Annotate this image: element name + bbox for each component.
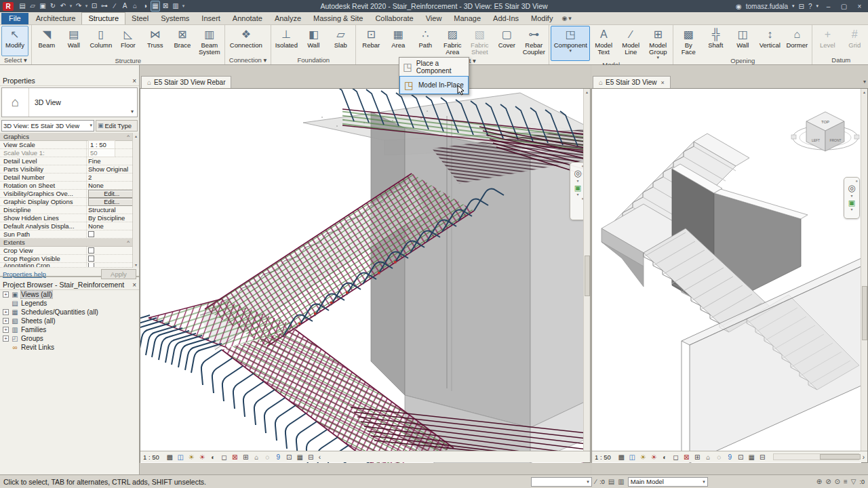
type-selector[interactable]: ⌂ 3D View ▾ [1, 87, 138, 117]
ribbon-button[interactable]: ▦Area [384, 26, 412, 57]
minimize-button[interactable]: – [823, 3, 834, 10]
ribbon-button[interactable]: ▧Fabric Sheet [466, 26, 493, 57]
main-vertical-scrollbar[interactable]: ▴▾ [583, 89, 590, 462]
main-drawing-area[interactable]: ● ◎ ▾ ▣ ▾ ● ▴▾ 1 : 50 ▩◫☀☀◐◻⊠⊞⌂◌9⊡▦⊟ ‹ [140, 88, 591, 463]
ribbon-tab[interactable]: Analyze [269, 13, 307, 24]
wheel-menu-arrow-icon[interactable]: ▾ [850, 194, 852, 198]
design-options-icon[interactable]: ∕ [595, 478, 597, 485]
view-scale-control[interactable]: 1 : 50 [143, 453, 159, 461]
ribbon-button[interactable]: ∴Path [412, 26, 439, 57]
user-menu-arrow-icon[interactable]: ▾ [792, 3, 795, 9]
ribbon-tab[interactable]: Annotate [226, 13, 269, 24]
browser-tree-item[interactable]: ∞Revit Links [0, 343, 139, 352]
property-row[interactable]: Rotation on SheetNone [0, 182, 139, 190]
help-menu-arrow-icon[interactable]: ▾ [816, 3, 818, 9]
revit-logo[interactable]: R [3, 2, 14, 11]
ribbon-button[interactable]: ╬Shaft [702, 26, 729, 57]
ribbon-collapse-arrow-icon[interactable]: ▾ [568, 15, 572, 22]
expand-icon[interactable]: + [3, 336, 9, 342]
ribbon-tab[interactable]: View [420, 13, 448, 24]
ribbon-button[interactable]: ⊡Rebar [357, 26, 384, 57]
tab-list-menu-icon[interactable]: ▾ [863, 79, 866, 85]
panel-label-connection[interactable]: Connection ▾ [225, 56, 271, 64]
browser-tree-item[interactable]: ▤Legends [0, 299, 139, 308]
scroll-right-icon[interactable]: › [863, 453, 865, 461]
zoom-menu-arrow-icon[interactable]: ▾ [576, 192, 578, 197]
search-icon[interactable]: ◉ [736, 3, 742, 10]
property-row[interactable]: Crop Region Visible [0, 255, 139, 263]
ribbon-button[interactable]: ▩By Face [675, 26, 702, 57]
ribbon-button[interactable]: #Grid [841, 26, 868, 56]
secondary-vertical-scrollbar[interactable]: ▴▾ [861, 89, 867, 462]
panel-label-select[interactable]: Select ▾ [0, 56, 31, 64]
panel-label-datum[interactable]: Datum [812, 56, 868, 64]
zoom-icon[interactable]: ▣ [848, 199, 855, 207]
edit-type-button[interactable]: ▣Edit Type [96, 120, 138, 131]
ribbon-tab[interactable]: Collaborate [369, 13, 419, 24]
type-selector-arrow-icon[interactable]: ▾ [127, 88, 137, 117]
property-row[interactable]: Visibility/Graphics Ove...Edit... [0, 190, 139, 198]
ribbon-button[interactable]: ⋈Truss [142, 26, 169, 57]
menu-item[interactable]: ◳Place a Component [399, 58, 469, 76]
ribbon-button[interactable]: ▱Slab [327, 26, 354, 56]
property-row[interactable]: Detail LevelFine [0, 157, 139, 165]
ribbon-tab[interactable]: Structure [81, 12, 125, 24]
ribbon-button[interactable]: ∕Model Line [617, 26, 644, 61]
property-checkbox[interactable] [88, 247, 94, 253]
secondary-view-tab[interactable]: ⌂E5 Stair 3D View× [593, 76, 671, 88]
worksets-icon[interactable]: ▤ [608, 478, 614, 485]
ribbon-button[interactable]: ⊶Rebar Coupler [520, 26, 547, 57]
property-row[interactable]: Graphics^ [0, 133, 139, 141]
steering-wheel-icon[interactable]: ◎ [848, 184, 855, 193]
browser-tree-item[interactable]: +▥Families [0, 325, 139, 334]
zoom-menu-arrow-icon[interactable]: ▾ [850, 207, 852, 211]
app-store-icon[interactable]: ⊟ [799, 3, 804, 10]
ribbon-button[interactable]: ◳Component▾ [551, 26, 590, 61]
ribbon-button[interactable]: ▨Fabric Area [439, 26, 466, 57]
ribbon-button[interactable]: ◫Wall [729, 26, 756, 57]
ribbon-tab[interactable]: Insert [195, 13, 226, 24]
property-checkbox[interactable] [88, 256, 94, 262]
scrollbar-thumb[interactable] [862, 286, 867, 340]
ribbon-button[interactable]: ▯Column [87, 26, 115, 57]
property-row[interactable]: Parts VisibilityShow Original [0, 165, 139, 174]
scroll-left-icon[interactable]: ‹ [319, 453, 321, 461]
ribbon-tab[interactable]: Steel [125, 13, 155, 24]
ribbon-button[interactable]: ⊥Isolated [273, 26, 300, 56]
property-checkbox[interactable] [88, 263, 94, 268]
ribbon-tab[interactable]: File [1, 13, 28, 24]
scrollbar-thumb[interactable] [585, 256, 590, 296]
property-row[interactable]: Show Hidden LinesBy Discipline [0, 214, 139, 222]
ribbon-button[interactable]: ↕Vertical [756, 26, 783, 57]
ribbon-button[interactable]: ▥Beam System [196, 26, 223, 57]
expand-icon[interactable]: + [3, 327, 9, 333]
ribbon-tab[interactable]: Manage [448, 13, 487, 24]
horizontal-scrollbar[interactable] [773, 453, 859, 460]
browser-tree-item[interactable]: +▧Sheets (all) [0, 317, 139, 325]
maximize-button[interactable]: ▢ [838, 3, 850, 10]
property-row[interactable]: View Scale1 : 50 [0, 141, 139, 149]
property-row[interactable]: Scale Value 1:50 [0, 149, 139, 157]
ribbon-button[interactable]: ↖Modify [1, 26, 28, 56]
property-row[interactable]: Annotation Crop [0, 263, 139, 268]
zoom-icon[interactable]: ▣ [574, 184, 581, 192]
scrollbar-thumb[interactable] [820, 454, 861, 460]
project-browser-close-icon[interactable]: × [132, 281, 136, 289]
properties-help-link[interactable]: Properties help [3, 270, 46, 278]
ribbon-tab[interactable]: Massing & Site [307, 13, 369, 24]
help-icon[interactable]: ? [808, 3, 812, 10]
tab-close-icon[interactable]: × [660, 79, 664, 86]
ribbon-state-icon[interactable]: ◉ [561, 15, 567, 22]
properties-close-icon[interactable]: × [132, 77, 136, 85]
expand-icon[interactable]: + [3, 309, 9, 315]
ribbon-button[interactable]: ▤Wall [60, 26, 87, 57]
panel-label-foundation[interactable]: Foundation [271, 56, 355, 64]
browser-tree-item[interactable]: +◰Groups [0, 334, 139, 343]
panel-label-structure[interactable]: Structure [32, 57, 224, 65]
ribbon-tab[interactable]: Architecture [30, 13, 82, 24]
browser-tree-item[interactable]: +▣Views (all) [0, 290, 139, 299]
expand-icon[interactable]: + [3, 291, 9, 298]
steering-wheel-icon[interactable]: ◎ [574, 169, 581, 178]
property-row[interactable]: Crop View [0, 247, 139, 255]
property-row[interactable]: Default Analysis Displa...None [0, 222, 139, 230]
